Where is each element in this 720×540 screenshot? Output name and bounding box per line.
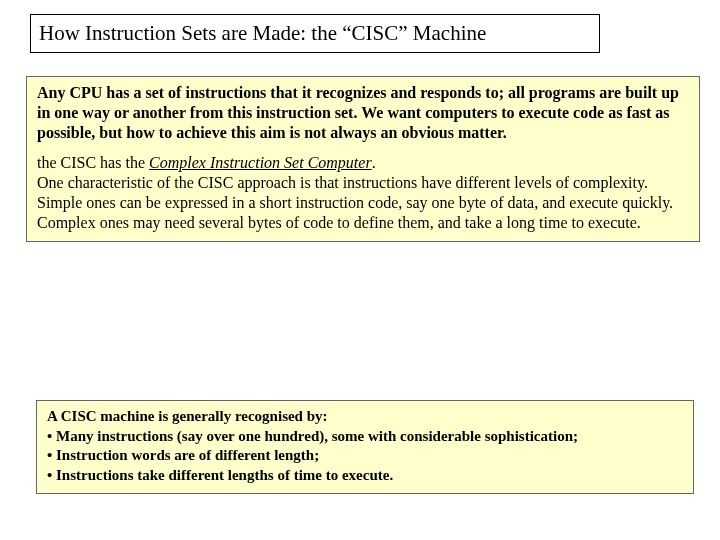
recognition-panel: A CISC machine is generally recognised b…	[36, 400, 694, 494]
intro-paragraph: Any CPU has a set of instructions that i…	[37, 83, 689, 143]
cisc-period: .	[372, 154, 376, 171]
cisc-expansion: Complex Instruction Set Computer	[149, 154, 372, 171]
recog-bullet-3: • Instructions take different lengths of…	[47, 466, 683, 486]
recog-lead: A CISC machine is generally recognised b…	[47, 407, 683, 427]
recog-bullet-1: • Many instructions (say over one hundre…	[47, 427, 683, 447]
cisc-prefix: the CISC has the	[37, 154, 149, 171]
recog-bullet-2: • Instruction words are of different len…	[47, 446, 683, 466]
cisc-paragraph: the CISC has the Complex Instruction Set…	[37, 153, 689, 233]
cisc-rest: One characteristic of the CISC approach …	[37, 174, 673, 231]
slide-title: How Instruction Sets are Made: the “CISC…	[39, 21, 486, 45]
body-panel: Any CPU has a set of instructions that i…	[26, 76, 700, 242]
slide-title-box: How Instruction Sets are Made: the “CISC…	[30, 14, 600, 53]
